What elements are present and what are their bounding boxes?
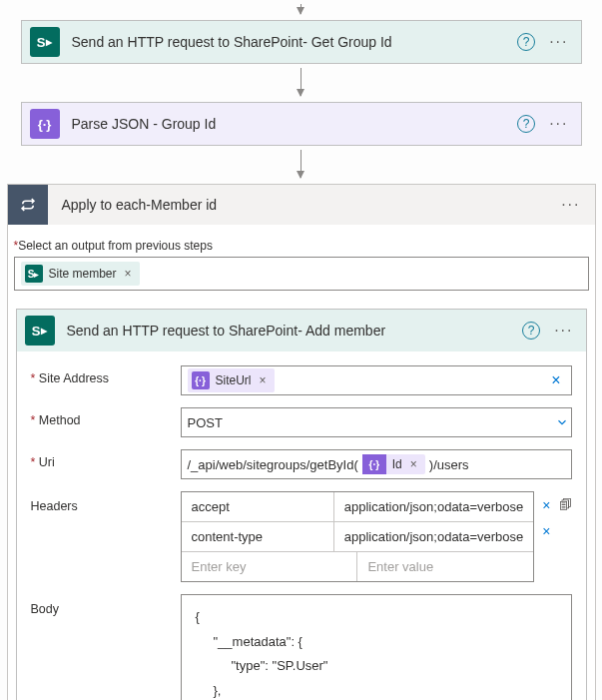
expression-token-icon: {·} (362, 454, 386, 474)
more-menu[interactable]: ··· (545, 32, 572, 52)
body-label: Body (31, 594, 171, 616)
sharepoint-icon: S▶ (25, 316, 55, 346)
header-row-delete[interactable]: × (542, 523, 571, 539)
header-key[interactable]: content-type (182, 522, 334, 551)
card-title: Send an HTTP request to SharePoint- Get … (72, 34, 506, 50)
action-card-parse-json[interactable]: {·} Parse JSON - Group Id ? ··· (21, 102, 582, 146)
header-row: content-type application/json;odata=verb… (182, 521, 534, 551)
header-value[interactable]: application/json;odata=verbose (334, 522, 534, 551)
flow-arrow (301, 150, 301, 178)
action-card-http-get-group[interactable]: S▶ Send an HTTP request to SharePoint- G… (21, 20, 582, 64)
header-value[interactable]: application/json;odata=verbose (334, 492, 534, 521)
headers-table: accept application/json;odata=verbose co… (181, 491, 535, 582)
loop-icon (8, 185, 48, 225)
body-line: "__metadata": { (196, 630, 557, 655)
token-label: Id (392, 457, 402, 471)
body-line: }, (196, 679, 557, 700)
select-output-input[interactable]: S▶ Site member × (14, 257, 589, 291)
help-icon[interactable]: ? (522, 322, 540, 340)
flow-arrow (301, 4, 301, 14)
method-select[interactable]: POST (181, 407, 572, 437)
help-icon[interactable]: ? (517, 33, 535, 51)
apply-to-each-header[interactable]: Apply to each-Member id ··· (8, 185, 595, 225)
token-siteurl[interactable]: {·} SiteUrl × (188, 368, 275, 392)
header-row-empty: Enter key Enter value (182, 551, 534, 581)
headers-label: Headers (31, 491, 171, 513)
header-key-placeholder[interactable]: Enter key (182, 552, 358, 581)
inner-card-header[interactable]: S▶ Send an HTTP request to SharePoint- A… (17, 310, 586, 351)
chevron-down-icon[interactable] (551, 415, 565, 429)
token-remove[interactable]: × (258, 373, 267, 387)
uri-text-suffix: )/users (429, 457, 469, 472)
parse-json-icon: {·} (30, 109, 60, 139)
token-label: SiteUrl (216, 373, 252, 387)
body-line: { (196, 605, 557, 630)
token-label: Site member (49, 267, 117, 281)
header-key[interactable]: accept (182, 492, 334, 521)
expression-token-icon: {·} (192, 371, 210, 389)
card-title: Apply to each-Member id (48, 197, 558, 213)
uri-text-prefix: /_api/web/sitegroups/getById( (188, 457, 358, 472)
header-value-placeholder[interactable]: Enter value (357, 552, 533, 581)
more-menu[interactable]: ··· (557, 195, 584, 215)
body-line: "type": "SP.User" (196, 654, 557, 679)
sharepoint-icon: S▶ (30, 27, 60, 57)
flow-arrow (301, 68, 301, 96)
token-id[interactable]: {·} Id × (362, 454, 425, 474)
switch-to-text-mode-icon[interactable]: 🗐 (559, 497, 572, 513)
select-output-label: Select an output from previous steps (14, 239, 589, 253)
help-icon[interactable]: ? (517, 115, 535, 133)
site-address-label: Site Address (31, 365, 171, 385)
token-site-member[interactable]: S▶ Site member × (21, 262, 140, 286)
method-value: POST (188, 415, 223, 430)
site-address-input[interactable]: {·} SiteUrl × × (181, 365, 572, 395)
header-row-delete[interactable]: × (542, 497, 550, 513)
sharepoint-token-icon: S▶ (25, 265, 43, 283)
apply-to-each-card: Apply to each-Member id ··· Select an ou… (7, 184, 596, 700)
token-remove[interactable]: × (408, 457, 417, 471)
card-title: Parse JSON - Group Id (72, 116, 506, 132)
uri-input[interactable]: /_api/web/sitegroups/getById( {·} Id × )… (181, 449, 572, 479)
card-title: Send an HTTP request to SharePoint- Add … (67, 323, 511, 339)
more-menu[interactable]: ··· (550, 321, 577, 341)
header-row: accept application/json;odata=verbose (182, 492, 534, 521)
method-label: Method (31, 407, 171, 427)
uri-label: Uri (31, 449, 171, 469)
body-input[interactable]: { "__metadata": { "type": "SP.User" }, "… (181, 594, 572, 700)
clear-icon[interactable]: × (547, 371, 564, 389)
action-card-http-add-member: S▶ Send an HTTP request to SharePoint- A… (16, 309, 587, 700)
more-menu[interactable]: ··· (545, 114, 572, 134)
token-remove[interactable]: × (123, 267, 132, 281)
